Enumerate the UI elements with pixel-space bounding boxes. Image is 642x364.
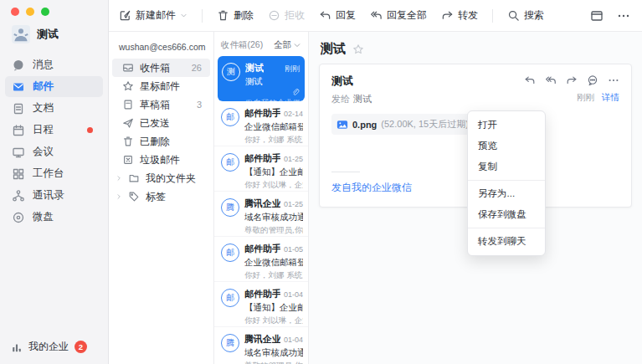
- sidebar-item-通讯录[interactable]: 通讯录: [5, 185, 103, 206]
- mail-item-row1: 腾讯企业邮箱01-04: [244, 333, 303, 346]
- sidebar-item-消息[interactable]: 消息: [5, 54, 103, 75]
- mail-item-body: 邮件助手01-04【通知】企业邮箱正式启用通知你好 刘以琳，企业已开始使用: [244, 288, 303, 321]
- sender-avatar: 邮: [221, 289, 239, 307]
- mail-item-time: 02-14: [284, 110, 303, 118]
- mail-item-body: 腾讯企业邮箱01-04域名审核成功通知尊敬的管理员,你的企业邮箱域名 c: [244, 333, 303, 364]
- menu-divider: [468, 180, 545, 181]
- mail-item-snippet: 尊敬的管理员,你的企业邮箱域名 c: [244, 225, 303, 236]
- mail-item-time: 01-04: [284, 290, 303, 299]
- folder-list: 收件箱26星标邮件草稿箱3已发送已删除垃圾邮件我的文件夹标签: [109, 59, 213, 206]
- mail-items: 测测试刚刚测试发自我的企业微信邮邮件助手02-14企业微信邮箱登录提醒你好，刘娜…: [214, 56, 308, 364]
- mail-list-title: 收件箱(26): [221, 39, 263, 51]
- mail-item-body: 测试刚刚测试发自我的企业微信: [245, 62, 300, 96]
- sidebar-item-my-company[interactable]: 我的企业 2: [11, 340, 87, 354]
- mail-item-sender: 邮件助手: [244, 152, 280, 165]
- mail-list-item[interactable]: 邮邮件助手02-14企业微信邮箱登录提醒你好，刘娜 系统监测到你的邮箱账: [214, 101, 308, 146]
- folder-已删除[interactable]: 已删除: [112, 132, 210, 151]
- mail-item-snippet: 尊敬的管理员,你的企业邮箱域名 c: [244, 361, 303, 364]
- layout-toggle-icon[interactable]: [590, 9, 603, 23]
- sender-avatar: 测: [222, 63, 240, 81]
- menu-item-转发到聊天[interactable]: 转发到聊天: [468, 231, 545, 252]
- mail-subject-title: 测试: [321, 41, 346, 57]
- folder-收件箱[interactable]: 收件箱26: [112, 59, 210, 77]
- sidebar-item-文档[interactable]: 文档: [5, 98, 103, 119]
- menu-item-保存到微盘[interactable]: 保存到微盘: [468, 204, 545, 225]
- folder-label: 垃圾邮件: [140, 153, 180, 167]
- mail-filter-label: 全部: [274, 39, 291, 51]
- mail-list-item[interactable]: 邮邮件助手01-05企业微信邮箱登录提醒你好，刘娜 系统监测到你的邮箱账: [214, 237, 308, 282]
- menu-item-另存为...[interactable]: 另存为...: [468, 183, 545, 204]
- menu-item-预览[interactable]: 预览: [468, 136, 545, 156]
- read-title-row: 测试: [309, 32, 642, 64]
- forward-icon[interactable]: [566, 74, 578, 86]
- window-controls: [11, 8, 49, 16]
- folder-label: 已删除: [140, 135, 170, 149]
- search-button[interactable]: 搜索: [507, 8, 544, 23]
- mail-list-item[interactable]: 邮邮件助手01-25【通知】企业邮箱正式启用通知你好 刘以琳，企业已开始使用: [214, 146, 308, 192]
- mail-list-item[interactable]: 腾腾讯企业邮箱01-25域名审核成功通知尊敬的管理员,你的企业邮箱域名 c: [214, 192, 308, 237]
- mail-meta: 刚刚 详情: [577, 92, 619, 104]
- sidebar-item-label: 工作台: [33, 167, 64, 181]
- reply-icon[interactable]: [524, 74, 536, 86]
- profile-name: 测试: [37, 27, 59, 42]
- disk-icon: [12, 211, 25, 224]
- toolbar-right: [590, 9, 630, 23]
- reply-button[interactable]: 回复: [319, 8, 356, 23]
- mail-filter-dropdown[interactable]: 全部: [274, 39, 301, 51]
- mail-item-sender: 邮件助手: [244, 107, 280, 120]
- chevron-right-icon[interactable]: [116, 193, 122, 200]
- reject-button[interactable]: 拒收: [268, 8, 305, 23]
- sidebar-item-label: 日程: [33, 123, 54, 137]
- sidebar-item-邮件[interactable]: 邮件: [5, 76, 103, 97]
- sidebar-item-会议[interactable]: 会议: [5, 141, 103, 162]
- account-email[interactable]: wushan@ces666.com: [109, 38, 213, 59]
- sidebar-item-label: 消息: [33, 58, 54, 72]
- sidebar-item-日程[interactable]: 日程: [5, 120, 103, 141]
- notification-dot: [87, 127, 93, 133]
- more-options-icon[interactable]: [617, 9, 630, 23]
- star-icon: [122, 80, 134, 92]
- mail-item-subject: 测试: [245, 76, 300, 88]
- mail-list-item[interactable]: 测测试刚刚测试发自我的企业微信: [218, 56, 305, 101]
- sender-avatar: 腾: [221, 198, 239, 217]
- detail-link[interactable]: 详情: [602, 92, 619, 102]
- minimize-window-button[interactable]: [26, 8, 34, 16]
- folder-星标邮件[interactable]: 星标邮件: [112, 77, 210, 95]
- folder-标签[interactable]: 标签: [112, 187, 210, 206]
- mail-list-item[interactable]: 邮邮件助手01-04【通知】企业邮箱正式启用通知你好 刘以琳，企业已开始使用: [214, 282, 308, 327]
- zoom-window-button[interactable]: [41, 8, 49, 16]
- sidebar-item-工作台[interactable]: 工作台: [5, 163, 103, 184]
- compose-button[interactable]: 新建邮件: [119, 8, 187, 23]
- mail-item-sender: 测试: [245, 62, 264, 74]
- menu-item-打开[interactable]: 打开: [468, 115, 545, 136]
- folder-垃圾邮件[interactable]: 垃圾邮件: [112, 151, 210, 169]
- delete-label: 删除: [234, 8, 254, 23]
- star-icon[interactable]: [352, 44, 364, 55]
- reply-all-icon[interactable]: [545, 74, 557, 86]
- chevron-right-icon[interactable]: [116, 175, 122, 182]
- chat-bubble-icon[interactable]: [587, 74, 598, 86]
- sidebar-item-微盘[interactable]: 微盘: [5, 207, 103, 228]
- folder-label: 星标邮件: [140, 79, 180, 94]
- more-icon[interactable]: [608, 74, 619, 86]
- sidebar-item-label: 邮件: [33, 79, 54, 94]
- folder-草稿箱[interactable]: 草稿箱3: [112, 95, 210, 114]
- to-name[interactable]: 测试: [353, 94, 372, 104]
- reply-all-button[interactable]: 回复全部: [370, 8, 427, 23]
- chevron-down-icon: [293, 41, 301, 49]
- mail-item-row1: 邮件助手02-14: [244, 107, 303, 120]
- close-window-button[interactable]: [11, 8, 19, 16]
- mail-list-column: 收件箱(26) 全部 测测试刚刚测试发自我的企业微信邮邮件助手02-14企业微信…: [214, 32, 309, 364]
- menu-item-复制[interactable]: 复制: [468, 156, 545, 177]
- mail-time: 刚刚: [577, 92, 594, 102]
- mail-list-item[interactable]: 腾腾讯企业邮箱01-04域名审核成功通知尊敬的管理员,你的企业邮箱域名 c: [214, 327, 308, 364]
- folder-我的文件夹[interactable]: 我的文件夹: [112, 169, 210, 187]
- delete-button[interactable]: 删除: [217, 8, 254, 23]
- folder-已发送[interactable]: 已发送: [112, 114, 210, 132]
- forward-button[interactable]: 转发: [441, 8, 478, 23]
- mail-item-time: 刚刚: [285, 64, 300, 74]
- toolbar-divider: [492, 9, 493, 23]
- folder-label: 已发送: [140, 116, 170, 131]
- folder-label: 收件箱: [140, 61, 170, 75]
- doc-icon: [12, 102, 25, 115]
